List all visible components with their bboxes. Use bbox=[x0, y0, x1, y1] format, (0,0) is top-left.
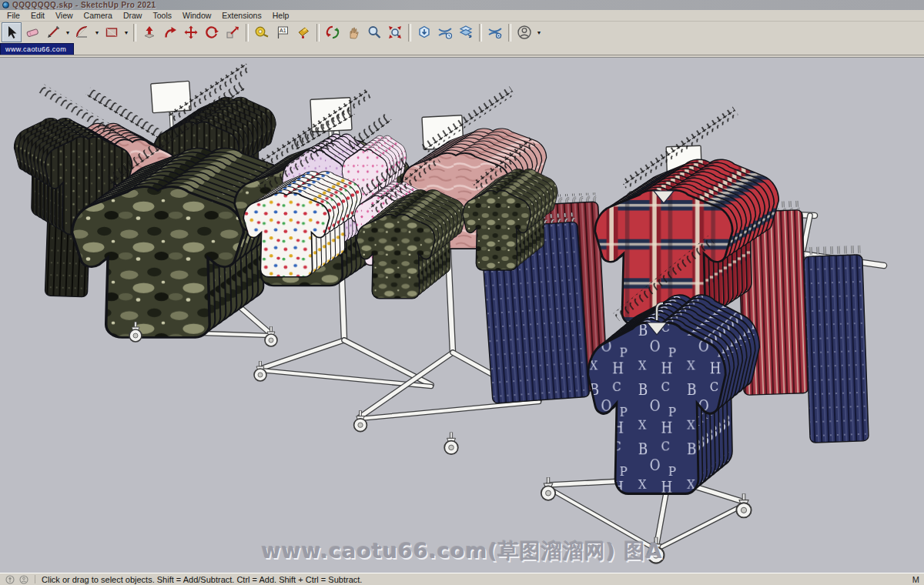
line-tool-button[interactable] bbox=[43, 22, 63, 42]
toolbar-separator bbox=[133, 24, 136, 42]
toolbar-separator bbox=[508, 24, 511, 42]
pan-tool-button[interactable] bbox=[343, 22, 363, 42]
caster-wheel bbox=[541, 477, 555, 500]
menu-extensions[interactable]: Extensions bbox=[216, 10, 266, 21]
menu-window[interactable]: Window bbox=[177, 10, 216, 21]
hanging-shirt-stack-side[interactable] bbox=[803, 246, 869, 443]
section-plugin-4-button[interactable] bbox=[485, 22, 505, 42]
zoom-magnifier-icon bbox=[367, 25, 382, 40]
toolbar-separator bbox=[316, 24, 320, 42]
menu-help[interactable]: Help bbox=[267, 10, 295, 21]
toolbar-separator bbox=[408, 24, 411, 42]
front-view-shirt-stacks[interactable] bbox=[14, 62, 778, 494]
arc-tool-button[interactable] bbox=[72, 22, 92, 42]
sketchup-app-icon bbox=[2, 2, 9, 8]
rack-tube[interactable] bbox=[360, 353, 453, 417]
eraser-icon bbox=[25, 25, 40, 40]
model-viewport[interactable]: B C O P X H bbox=[0, 58, 924, 573]
text-label-icon: A1 bbox=[275, 25, 290, 40]
credits-icon[interactable] bbox=[18, 574, 28, 584]
pencil-icon bbox=[45, 25, 61, 40]
arc-icon bbox=[75, 25, 90, 40]
orbit-icon bbox=[325, 25, 340, 40]
account-dropdown[interactable]: ▼ bbox=[535, 30, 543, 35]
toolbar-separator bbox=[479, 24, 482, 42]
toolbar: ▼ ▼ ▼ A1 bbox=[0, 22, 924, 43]
rectangle-tool-dropdown[interactable]: ▼ bbox=[122, 30, 130, 35]
paint-bucket-tool-button[interactable] bbox=[293, 22, 313, 42]
line-tool-dropdown[interactable]: ▼ bbox=[64, 30, 72, 35]
caster-wheel bbox=[254, 361, 266, 381]
layers-arrow-icon bbox=[458, 25, 474, 40]
rotate-icon bbox=[204, 25, 219, 40]
move-icon bbox=[183, 25, 199, 40]
status-separator bbox=[35, 575, 35, 583]
account-button[interactable] bbox=[514, 22, 534, 42]
document-tab-row: www.caotu66.com bbox=[0, 43, 924, 55]
shirt-edge-block bbox=[804, 255, 869, 443]
move-tool-button[interactable] bbox=[181, 22, 201, 42]
hexagon-arrow-icon bbox=[417, 25, 432, 40]
zoom-extents-tool-button[interactable] bbox=[385, 22, 405, 42]
menu-camera[interactable]: Camera bbox=[79, 10, 118, 21]
section-plugin-2-button[interactable] bbox=[435, 22, 455, 42]
follow-me-icon bbox=[162, 25, 178, 40]
caster-wheel bbox=[648, 537, 665, 563]
account-person-icon bbox=[517, 25, 532, 40]
scale-icon bbox=[225, 25, 240, 40]
menu-tools[interactable]: Tools bbox=[147, 10, 177, 21]
rectangle-tool-button[interactable] bbox=[102, 22, 122, 42]
viewport-canvas[interactable]: B C O P X H bbox=[0, 58, 924, 573]
toolbar-separator bbox=[246, 24, 249, 42]
orbit-tool-button[interactable] bbox=[323, 22, 343, 42]
menu-bar: FileEditViewCameraDrawToolsWindowExtensi… bbox=[0, 10, 924, 22]
status-bar: Click or drag to select objects. Shift =… bbox=[0, 573, 924, 585]
paint-bucket-icon bbox=[296, 25, 311, 40]
geolocation-icon[interactable] bbox=[5, 574, 15, 584]
zoom-tool-button[interactable] bbox=[364, 22, 384, 42]
tape-measure-icon bbox=[254, 25, 270, 40]
title-bar: QQQQQQQ.skp - SketchUp Pro 2021 bbox=[0, 0, 924, 10]
tape-measure-tool-button[interactable] bbox=[252, 22, 272, 42]
menu-file[interactable]: File bbox=[2, 10, 25, 21]
menu-edit[interactable]: Edit bbox=[25, 10, 50, 21]
eraser-tool-button[interactable] bbox=[22, 22, 42, 42]
caster-wheel bbox=[736, 493, 751, 517]
status-message: Click or drag to select objects. Shift =… bbox=[42, 575, 362, 584]
follow-me-tool-button[interactable] bbox=[160, 22, 180, 42]
crossed-curves-clock-icon bbox=[437, 25, 453, 40]
push-pull-tool-button[interactable] bbox=[139, 22, 159, 42]
measurements-label: M bbox=[912, 575, 919, 584]
section-plugin-3-button[interactable] bbox=[456, 22, 476, 42]
rack-tube[interactable] bbox=[360, 402, 539, 419]
select-tool-button[interactable] bbox=[2, 22, 22, 42]
menu-view[interactable]: View bbox=[50, 10, 79, 21]
scale-tool-button[interactable] bbox=[223, 22, 243, 42]
menu-draw[interactable]: Draw bbox=[118, 10, 148, 21]
text-tool-button[interactable]: A1 bbox=[273, 22, 293, 42]
rotate-tool-button[interactable] bbox=[202, 22, 222, 42]
caster-wheel bbox=[444, 433, 458, 455]
push-pull-icon bbox=[142, 25, 157, 40]
rack-tube[interactable] bbox=[548, 488, 656, 550]
section-plugin-1-button[interactable] bbox=[414, 22, 434, 42]
pan-hand-icon bbox=[346, 25, 361, 40]
crossed-curves-gear-icon bbox=[487, 25, 503, 40]
svg-text:A1: A1 bbox=[280, 28, 286, 33]
rectangle-icon bbox=[104, 25, 119, 40]
arc-tool-dropdown[interactable]: ▼ bbox=[93, 30, 101, 35]
rack-tube[interactable] bbox=[656, 505, 744, 550]
select-arrow-icon bbox=[4, 25, 19, 40]
window-title: QQQQQQQ.skp - SketchUp Pro 2021 bbox=[12, 1, 156, 9]
document-tab[interactable]: www.caotu66.com bbox=[0, 43, 74, 55]
zoom-extents-icon bbox=[387, 25, 403, 40]
